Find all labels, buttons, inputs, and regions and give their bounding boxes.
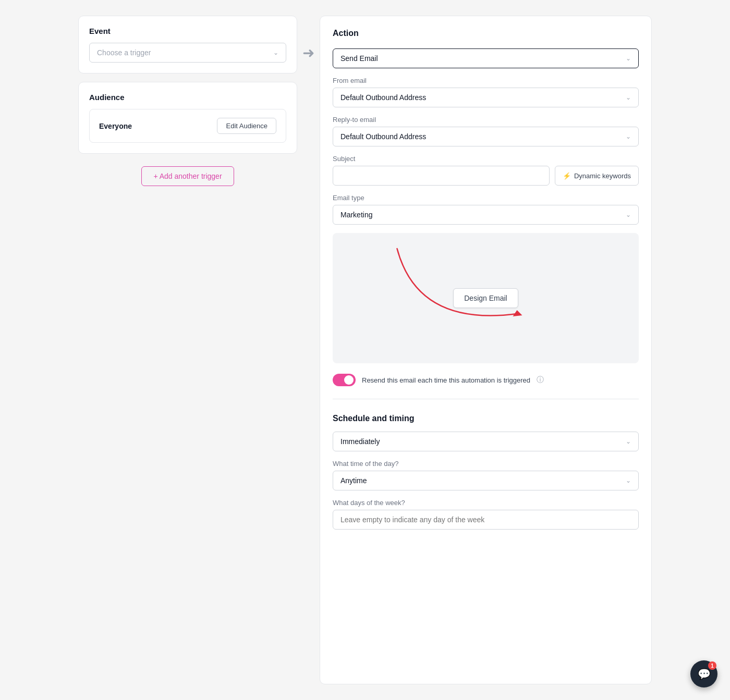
resend-label: Resend this email each time this automat… bbox=[362, 376, 530, 384]
chat-badge: 1 bbox=[708, 661, 716, 670]
trigger-placeholder: Choose a trigger bbox=[97, 48, 151, 57]
time-of-day-chevron-icon: ⌄ bbox=[626, 477, 631, 484]
time-of-day-dropdown[interactable]: Anytime ⌄ bbox=[333, 471, 639, 490]
arrow-connector: ➜ bbox=[297, 16, 320, 684]
dynamic-keywords-label: Dynamic keywords bbox=[574, 172, 631, 180]
chat-bubble-button[interactable]: 💬 1 bbox=[690, 660, 717, 687]
from-email-chevron-icon: ⌄ bbox=[626, 94, 631, 101]
lightning-icon: ⚡ bbox=[563, 172, 571, 180]
email-type-dropdown[interactable]: Marketing ⌄ bbox=[333, 205, 639, 225]
subject-row: ⚡ Dynamic keywords bbox=[333, 166, 639, 186]
action-value: Send Email bbox=[340, 54, 378, 63]
edit-audience-button[interactable]: Edit Audience bbox=[217, 118, 276, 134]
from-email-label: From email bbox=[333, 77, 639, 84]
subject-input[interactable] bbox=[333, 166, 550, 186]
add-trigger-label: + Add another trigger bbox=[153, 172, 222, 180]
from-email-dropdown[interactable]: Default Outbound Address ⌄ bbox=[333, 88, 639, 107]
immediately-dropdown[interactable]: Immediately ⌄ bbox=[333, 432, 639, 451]
action-chevron-icon: ⌄ bbox=[626, 55, 631, 62]
right-arrow-icon: ➜ bbox=[302, 44, 314, 62]
time-of-day-label: What time of the day? bbox=[333, 460, 639, 468]
schedule-title: Schedule and timing bbox=[333, 414, 639, 423]
divider bbox=[333, 399, 639, 399]
action-panel: Action Send Email ⌄ From email Default O… bbox=[320, 16, 652, 684]
email-type-field: Email type Marketing ⌄ bbox=[333, 194, 639, 225]
subject-label: Subject bbox=[333, 155, 639, 163]
action-section: Action bbox=[333, 29, 639, 40]
audience-card: Audience Everyone Edit Audience bbox=[78, 82, 297, 154]
subject-field: Subject ⚡ Dynamic keywords bbox=[333, 155, 639, 186]
immediately-chevron-icon: ⌄ bbox=[626, 438, 631, 445]
trigger-dropdown[interactable]: Choose a trigger ⌄ bbox=[89, 43, 286, 63]
days-of-week-field: What days of the week? bbox=[333, 499, 639, 530]
reply-to-value: Default Outbound Address bbox=[340, 132, 426, 141]
dynamic-keywords-button[interactable]: ⚡ Dynamic keywords bbox=[555, 166, 639, 186]
reply-to-dropdown[interactable]: Default Outbound Address ⌄ bbox=[333, 127, 639, 146]
from-email-field: From email Default Outbound Address ⌄ bbox=[333, 77, 639, 107]
info-icon[interactable]: ⓘ bbox=[537, 375, 544, 385]
svg-marker-0 bbox=[513, 310, 522, 316]
trigger-chevron-icon: ⌄ bbox=[273, 49, 278, 56]
action-title: Action bbox=[333, 29, 639, 38]
from-email-value: Default Outbound Address bbox=[340, 93, 426, 102]
days-of-week-input[interactable] bbox=[333, 510, 639, 530]
audience-row: Everyone Edit Audience bbox=[89, 109, 286, 143]
reply-to-chevron-icon: ⌄ bbox=[626, 133, 631, 140]
email-preview-area: Design Email bbox=[333, 233, 639, 363]
reply-to-field: Reply-to email Default Outbound Address … bbox=[333, 116, 639, 146]
event-title: Event bbox=[89, 27, 286, 35]
audience-title: Audience bbox=[89, 93, 286, 102]
reply-to-label: Reply-to email bbox=[333, 116, 639, 124]
event-card: Event Choose a trigger ⌄ bbox=[78, 16, 297, 73]
chat-icon: 💬 bbox=[698, 668, 711, 680]
email-type-value: Marketing bbox=[340, 211, 372, 219]
resend-toggle[interactable] bbox=[333, 374, 356, 386]
audience-value: Everyone bbox=[99, 122, 132, 130]
time-of-day-field: What time of the day? Anytime ⌄ bbox=[333, 460, 639, 490]
email-type-label: Email type bbox=[333, 194, 639, 202]
resend-toggle-row: Resend this email each time this automat… bbox=[333, 372, 639, 388]
design-email-button[interactable]: Design Email bbox=[453, 288, 518, 308]
toggle-knob bbox=[344, 375, 354, 385]
time-of-day-value: Anytime bbox=[340, 476, 367, 485]
action-dropdown[interactable]: Send Email ⌄ bbox=[333, 48, 639, 68]
days-of-week-label: What days of the week? bbox=[333, 499, 639, 507]
immediately-value: Immediately bbox=[340, 437, 380, 446]
email-type-chevron-icon: ⌄ bbox=[626, 211, 631, 218]
add-trigger-button[interactable]: + Add another trigger bbox=[141, 166, 234, 186]
